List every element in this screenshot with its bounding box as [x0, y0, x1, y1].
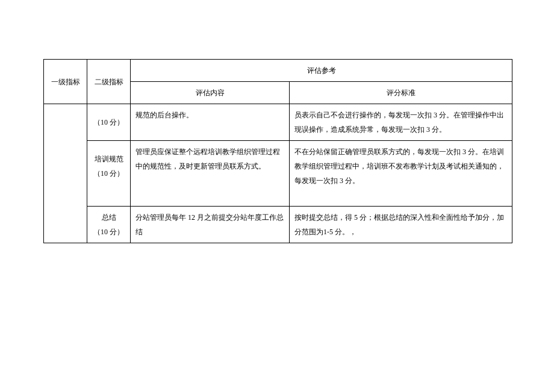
evaluation-table: 一级指标 二级指标 评估参考 评估内容 评分标准 （10 分） 规范的后台操作。…	[43, 59, 512, 243]
cell-level2-line1: 培训规范	[92, 152, 125, 166]
cell-level2-line1: 总结	[92, 210, 125, 225]
cell-standard: 员表示自己不会进行操作的，每发现一次扣 3 分。在管理操作中出现误操作，造成系统…	[290, 104, 512, 141]
cell-standard: 不在分站保留正确管理员联系方式的，每发现一次扣 3 分。在培训教学组织管理过程中…	[290, 141, 512, 207]
table-row: （10 分） 规范的后台操作。 员表示自己不会进行操作的，每发现一次扣 3 分。…	[44, 104, 512, 141]
cell-content: 分站管理员每年 12 月之前提交分站年度工作总结	[131, 207, 290, 243]
cell-level2: 培训规范 （10 分）	[87, 141, 131, 207]
table-row: 培训规范 （10 分） 管理员应保证整个远程培训教学组织管理过程中的规范性，及时…	[44, 141, 512, 207]
header-col3-group: 评估参考	[131, 60, 512, 82]
header-col1: 一级指标	[44, 60, 87, 104]
cell-level2-line2: （10 分）	[92, 225, 125, 239]
evaluation-table-container: 一级指标 二级指标 评估参考 评估内容 评分标准 （10 分） 规范的后台操作。…	[43, 59, 512, 243]
table-header-row-1: 一级指标 二级指标 评估参考	[44, 60, 512, 82]
cell-standard: 按时提交总结，得 5 分；根据总结的深入性和全面性给予加分，加分范围为1-5 分…	[290, 207, 512, 243]
table-row: 总结 （10 分） 分站管理员每年 12 月之前提交分站年度工作总结 按时提交总…	[44, 207, 512, 243]
cell-level1-empty	[44, 104, 87, 243]
cell-content: 管理员应保证整个远程培训教学组织管理过程中的规范性，及时更新管理员联系方式。	[131, 141, 290, 207]
cell-level2: （10 分）	[87, 104, 131, 141]
cell-level2: 总结 （10 分）	[87, 207, 131, 243]
cell-content: 规范的后台操作。	[131, 104, 290, 141]
header-col3: 评估内容	[131, 82, 290, 104]
header-col4: 评分标准	[290, 82, 512, 104]
cell-level2-line2: （10 分）	[92, 166, 125, 181]
header-col2: 二级指标	[87, 60, 131, 104]
